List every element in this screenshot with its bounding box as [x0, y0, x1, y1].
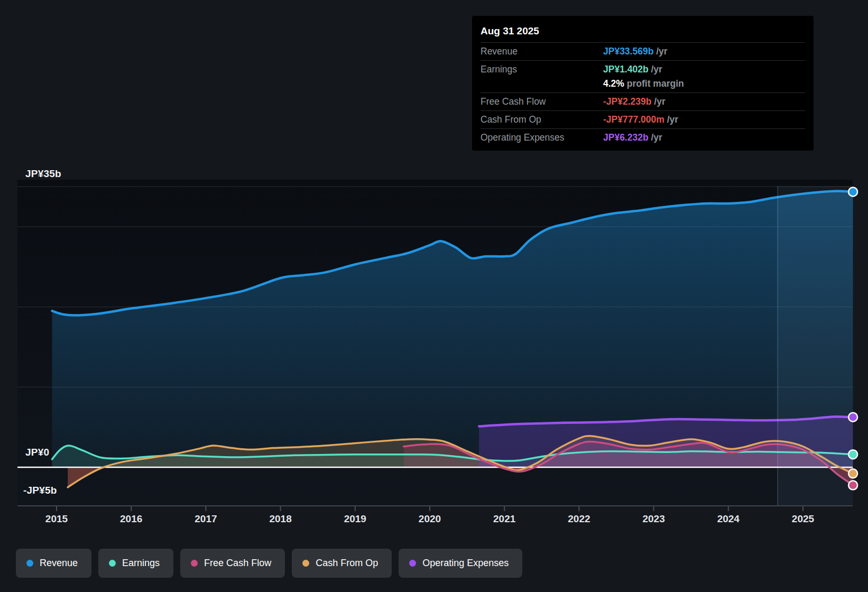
tooltip-row-free-cash-flow: Free Cash Flow -JP¥2.239b /yr	[481, 92, 805, 110]
x-axis-label-2020: 2020	[419, 513, 441, 524]
tooltip-row-cash-from-op: Cash From Op -JP¥777.000m /yr	[481, 110, 805, 128]
legend-pill-revenue[interactable]: Revenue	[16, 549, 91, 578]
y-axis-label-35b: JP¥35b	[25, 168, 61, 180]
financial-history-chart-page: 2015201620172018201920202021202220232024…	[0, 0, 868, 592]
cash-from-op-dot-icon	[302, 560, 309, 567]
x-axis-label-2016: 2016	[120, 513, 142, 524]
tooltip-date: Aug 31 2025	[481, 22, 805, 42]
earnings-dot-icon	[109, 560, 116, 567]
tooltip-row-profit-margin: 4.2% profit margin	[481, 78, 805, 92]
x-axis-label-2023: 2023	[642, 513, 664, 524]
hover-highlight-band	[778, 186, 853, 506]
revenue-dot-icon	[26, 560, 33, 567]
x-axis-label-2024: 2024	[717, 513, 740, 524]
operating-expenses-dot-icon	[409, 560, 416, 567]
x-axis-label-2017: 2017	[195, 513, 217, 524]
operating-expenses-endpoint-marker[interactable]	[848, 413, 857, 422]
legend-pill-free-cash-flow[interactable]: Free Cash Flow	[180, 549, 285, 578]
hover-tooltip: Aug 31 2025 Revenue JP¥33.569b /yr Earni…	[472, 16, 814, 151]
free-cash-flow-dot-icon	[191, 560, 198, 567]
cash-from-op-endpoint-marker[interactable]	[848, 469, 857, 478]
x-axis-label-2022: 2022	[568, 513, 590, 524]
legend-pill-cash-from-op[interactable]: Cash From Op	[292, 549, 392, 578]
chart-legend: Revenue Earnings Free Cash Flow Cash Fro…	[16, 549, 522, 578]
y-axis-label-neg5b: -JP¥5b	[23, 485, 57, 496]
x-axis-label-2018: 2018	[269, 513, 291, 524]
x-axis-label-2021: 2021	[493, 513, 516, 524]
legend-pill-earnings[interactable]: Earnings	[98, 549, 173, 578]
tooltip-row-earnings: Earnings JP¥1.402b /yr	[481, 60, 805, 78]
legend-pill-operating-expenses[interactable]: Operating Expenses	[399, 549, 522, 578]
revenue-endpoint-marker[interactable]	[848, 187, 857, 196]
x-axis-label-2015: 2015	[45, 513, 68, 524]
y-axis-label-zero: JP¥0	[25, 447, 49, 458]
x-axis-label-2025: 2025	[792, 513, 815, 524]
earnings-endpoint-marker[interactable]	[848, 450, 857, 459]
tooltip-row-operating-expenses: Operating Expenses JP¥6.232b /yr	[481, 128, 805, 146]
tooltip-row-revenue: Revenue JP¥33.569b /yr	[481, 42, 805, 60]
free-cash-flow-endpoint-marker[interactable]	[848, 480, 857, 489]
x-axis-label-2019: 2019	[344, 513, 366, 524]
